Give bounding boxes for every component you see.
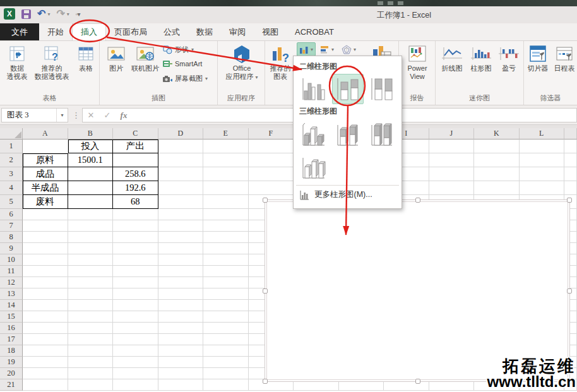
power-view-button[interactable]: Power View — [403, 43, 432, 81]
sparkline-line-button[interactable]: 折线图 — [438, 43, 466, 73]
cell-D9[interactable] — [158, 243, 204, 254]
cell-C20[interactable] — [113, 368, 158, 379]
menu-item-3d-100-stacked-column[interactable] — [366, 119, 398, 149]
cell-A20[interactable] — [23, 368, 68, 379]
col-header-partial[interactable] — [564, 128, 577, 140]
cell-C4[interactable]: 192.6 — [113, 181, 158, 195]
cell-B21[interactable] — [68, 379, 114, 391]
cell-E21[interactable] — [203, 379, 249, 391]
cell-D11[interactable] — [158, 266, 204, 277]
menu-item-3d-stacked-column[interactable] — [332, 119, 364, 149]
cell-A4[interactable]: 半成品 — [23, 181, 68, 195]
cell-F1[interactable] — [249, 140, 294, 153]
cell-D10[interactable] — [158, 254, 204, 266]
cell-A19[interactable] — [23, 357, 68, 368]
insert-radar-chart-button[interactable]: ▾ — [340, 42, 358, 56]
cell-E14[interactable] — [203, 300, 249, 311]
cell-J2[interactable] — [429, 153, 475, 167]
cell-B16[interactable] — [68, 323, 114, 334]
chart-handle-bottom-left[interactable] — [263, 379, 268, 384]
menu-item-3d-clustered-column[interactable] — [298, 119, 330, 149]
cell-C16[interactable] — [113, 323, 158, 334]
screenshot-button[interactable]: 屏幕截图▾ — [163, 74, 208, 83]
cell-C10[interactable] — [113, 254, 158, 266]
cell-D19[interactable] — [158, 357, 204, 368]
cell-E4[interactable] — [203, 181, 249, 195]
chart-handle-middle-left[interactable] — [263, 288, 268, 294]
menu-item-3d-column[interactable] — [298, 151, 330, 182]
cell-C3[interactable]: 258.6 — [113, 167, 158, 181]
chart-handle-middle-right[interactable] — [567, 288, 572, 294]
cell-B8[interactable] — [68, 232, 114, 243]
row-header-9[interactable]: 9 — [0, 243, 23, 254]
insert-function-icon[interactable]: fx — [116, 110, 132, 121]
cell-D21[interactable] — [158, 379, 204, 391]
insert-bar-chart-button[interactable]: ▾ — [318, 42, 336, 56]
cell-B9[interactable] — [68, 243, 114, 254]
cell-A12[interactable] — [23, 277, 68, 288]
cell-J4[interactable] — [429, 181, 475, 195]
cell-C14[interactable] — [113, 300, 158, 311]
office-apps-button[interactable]: Office 应用程序 ▾ — [223, 43, 261, 81]
cell-E1[interactable] — [203, 140, 249, 153]
menu-item-clustered-column[interactable] — [298, 74, 330, 104]
cell-E11[interactable] — [203, 266, 249, 277]
cell-2[interactable] — [564, 153, 577, 167]
row-header-10[interactable]: 10 — [0, 254, 23, 266]
cell-D18[interactable] — [158, 345, 204, 357]
name-box[interactable]: 图表 3 ▾ — [1, 108, 68, 122]
col-header-C[interactable]: C — [113, 128, 158, 140]
excel-logo-icon[interactable]: X — [4, 8, 15, 20]
cell-D20[interactable] — [158, 368, 204, 379]
row-header-19[interactable]: 19 — [0, 357, 23, 368]
cell-C19[interactable] — [113, 357, 158, 368]
col-header-B[interactable]: B — [68, 128, 114, 140]
cell-E3[interactable] — [203, 167, 249, 181]
cell-E12[interactable] — [203, 277, 249, 288]
cell-B18[interactable] — [68, 345, 114, 357]
cell-B20[interactable] — [68, 368, 114, 379]
cell-A3[interactable]: 成品 — [23, 167, 68, 181]
cell-A2[interactable]: 原料 — [23, 153, 68, 167]
row-header-17[interactable]: 17 — [0, 334, 23, 345]
cell-K3[interactable] — [474, 167, 520, 181]
cell-E2[interactable] — [203, 153, 249, 167]
undo-dropdown-icon[interactable]: ▾ — [47, 11, 50, 17]
cell-D4[interactable] — [158, 181, 204, 195]
chart-handle-top-middle[interactable] — [415, 198, 420, 203]
row-header-21[interactable]: 21 — [0, 379, 23, 391]
cell-C12[interactable] — [113, 277, 158, 288]
cell-L3[interactable] — [520, 167, 565, 181]
col-header-K[interactable]: K — [474, 128, 520, 140]
cell-D3[interactable] — [158, 167, 204, 181]
sparkline-column-button[interactable]: 柱形图 — [467, 43, 495, 73]
cell-C2[interactable] — [113, 153, 158, 167]
row-header-5[interactable]: 5 — [0, 195, 23, 209]
cell-C6[interactable] — [113, 209, 158, 220]
shapes-button[interactable]: 形状▾ — [163, 45, 194, 54]
cell-1[interactable] — [564, 140, 577, 153]
sparkline-winloss-button[interactable]: 盈亏 — [496, 43, 521, 73]
row-header-7[interactable]: 7 — [0, 220, 23, 232]
tab-review[interactable]: 审阅 — [221, 23, 254, 40]
menu-item-stacked-column[interactable] — [332, 74, 364, 104]
cell-F3[interactable] — [249, 167, 294, 181]
cell-C18[interactable] — [113, 345, 158, 357]
cell-J1[interactable] — [429, 140, 475, 153]
row-header-4[interactable]: 4 — [0, 181, 23, 195]
col-header-F[interactable]: F — [249, 128, 294, 140]
pivottable-button[interactable]: 数据 透视表 — [3, 43, 32, 81]
cell-E6[interactable] — [203, 209, 249, 220]
col-header-L[interactable]: L — [520, 128, 565, 140]
cell-A18[interactable] — [23, 345, 68, 357]
menu-item-more-column-charts[interactable]: 更多柱形图(M)... — [294, 186, 402, 204]
cell-K2[interactable] — [474, 153, 520, 167]
cell-E7[interactable] — [203, 220, 249, 232]
cell-C5[interactable]: 68 — [113, 195, 158, 209]
cell-B4[interactable] — [68, 181, 114, 195]
cell-E20[interactable] — [203, 368, 249, 379]
cell-E15[interactable] — [203, 311, 249, 323]
save-icon[interactable] — [21, 9, 31, 19]
cell-A1[interactable] — [23, 140, 68, 153]
recommended-charts-button[interactable]: ? 推荐的 图表 — [266, 43, 294, 81]
